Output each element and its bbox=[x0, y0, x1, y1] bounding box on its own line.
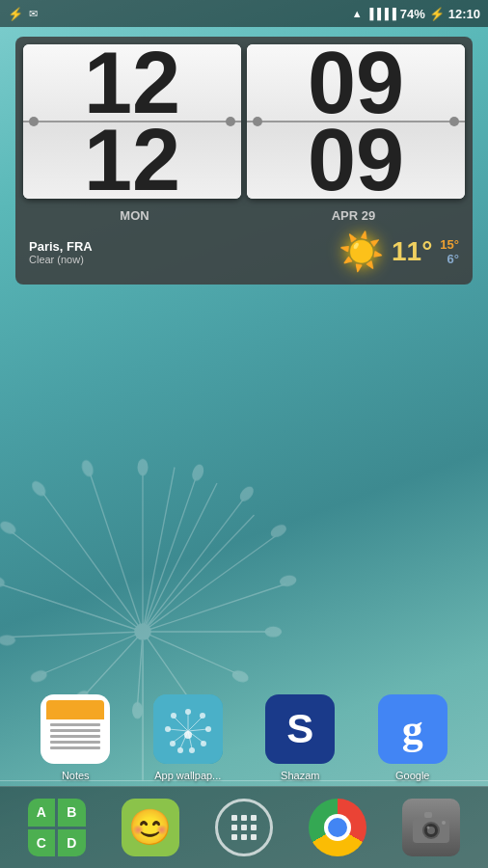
app-item-notes[interactable]: Notes bbox=[41, 694, 110, 781]
weather-low: 6° bbox=[447, 252, 459, 266]
notes-app-icon[interactable] bbox=[41, 694, 110, 764]
svg-line-2 bbox=[143, 478, 196, 633]
wallpaper-app-icon[interactable] bbox=[153, 694, 223, 764]
svg-point-56 bbox=[171, 713, 176, 719]
notes-line-5 bbox=[50, 746, 100, 749]
camera-svg-icon bbox=[411, 810, 451, 845]
abc-cell-d: D bbox=[58, 829, 86, 857]
abc-app-icon[interactable]: A B C D bbox=[28, 799, 86, 856]
weather-high: 15° bbox=[440, 237, 459, 252]
weather-city: Paris, FRA bbox=[29, 239, 331, 254]
dock-item-chrome[interactable] bbox=[307, 797, 368, 858]
status-bar: ⚡ ✉ ▲ ▐▐▐▐ 74% ⚡ 12:10 bbox=[0, 0, 488, 27]
app-grid: Notes bbox=[0, 694, 488, 781]
google-app-label: Google bbox=[395, 770, 429, 781]
app-item-google[interactable]: g Google bbox=[378, 694, 447, 781]
svg-line-11 bbox=[42, 632, 144, 674]
abc-cell-c: C bbox=[28, 829, 56, 857]
minute-bottom: 09 bbox=[247, 122, 465, 199]
camera-app-icon[interactable] bbox=[402, 799, 460, 856]
svg-rect-62 bbox=[424, 812, 432, 818]
wallpaper-icon-art bbox=[153, 694, 223, 764]
svg-point-24 bbox=[279, 574, 297, 587]
notes-icon-top bbox=[46, 700, 104, 719]
screw-left bbox=[29, 117, 39, 126]
dock-bar: A B C D 😊 bbox=[0, 786, 488, 868]
notes-line-1 bbox=[50, 723, 100, 726]
notes-icon-lines bbox=[46, 719, 104, 758]
google-app-icon[interactable]: g bbox=[378, 694, 447, 764]
grid-dot-1 bbox=[231, 815, 237, 821]
launcher-app-icon[interactable] bbox=[215, 799, 273, 856]
hour-card: 12 12 bbox=[23, 44, 241, 199]
day-date-labels: MON APR 29 bbox=[25, 208, 463, 223]
signal-icon: ▐▐▐▐ bbox=[366, 8, 396, 19]
svg-line-15 bbox=[42, 492, 144, 632]
svg-point-51 bbox=[201, 741, 206, 746]
weather-sun-icon: ☀️ bbox=[339, 231, 384, 273]
weather-section[interactable]: Paris, FRA Clear (now) ☀️ 11° 15° 6° bbox=[23, 227, 465, 277]
svg-point-30 bbox=[29, 668, 48, 684]
gmail-icon: ✉ bbox=[29, 8, 38, 20]
svg-point-0 bbox=[134, 623, 151, 640]
svg-point-21 bbox=[190, 463, 205, 482]
svg-point-61 bbox=[427, 827, 430, 829]
svg-line-10 bbox=[85, 632, 144, 695]
svg-line-12 bbox=[11, 632, 144, 637]
svg-point-22 bbox=[237, 484, 257, 504]
dock-item-camera[interactable] bbox=[400, 797, 462, 858]
clock-widget[interactable]: 12 12 09 09 MON APR 29 bbox=[15, 37, 473, 285]
svg-line-7 bbox=[143, 632, 238, 674]
svg-point-32 bbox=[0, 575, 6, 588]
usb-icon: ⚡ bbox=[8, 7, 23, 21]
svg-line-5 bbox=[143, 584, 286, 633]
svg-point-25 bbox=[265, 627, 283, 637]
google-letter: g bbox=[402, 705, 423, 754]
grid-dot-2 bbox=[241, 815, 247, 821]
svg-point-52 bbox=[189, 747, 195, 753]
shazam-letter: S bbox=[286, 706, 313, 752]
svg-line-4 bbox=[143, 536, 276, 632]
app-item-shazam[interactable]: S Shazam bbox=[265, 694, 335, 781]
svg-line-17 bbox=[143, 468, 175, 633]
chrome-inner-ring bbox=[324, 814, 351, 841]
svg-line-16 bbox=[90, 473, 143, 632]
date-label: APR 29 bbox=[244, 208, 463, 223]
dock-item-abc[interactable]: A B C D bbox=[26, 797, 88, 858]
dock-item-messenger[interactable]: 😊 bbox=[120, 797, 181, 858]
svg-point-31 bbox=[0, 635, 15, 645]
weather-hilo: 15° 6° bbox=[440, 237, 459, 266]
grid-dot-4 bbox=[231, 825, 237, 830]
svg-point-33 bbox=[0, 519, 18, 536]
svg-point-54 bbox=[170, 741, 176, 746]
app-item-wallpaper[interactable]: App wallpap... bbox=[153, 694, 223, 781]
screw-right bbox=[226, 117, 235, 126]
notes-app-label: Notes bbox=[62, 770, 90, 781]
flip-divider bbox=[23, 121, 241, 122]
svg-point-55 bbox=[165, 726, 171, 732]
day-date-row: MON APR 29 bbox=[23, 204, 465, 227]
svg-point-26 bbox=[230, 668, 250, 684]
messenger-emoji-icon: 😊 bbox=[128, 807, 172, 848]
day-label: MON bbox=[25, 208, 244, 223]
messenger-app-icon[interactable]: 😊 bbox=[122, 799, 179, 856]
shazam-app-icon[interactable]: S bbox=[265, 694, 335, 764]
chrome-app-icon[interactable] bbox=[309, 799, 366, 856]
dock-item-launcher[interactable] bbox=[213, 797, 275, 858]
minute-value-bottom: 09 bbox=[308, 117, 404, 199]
shazam-app-label: Shazam bbox=[281, 770, 319, 781]
grid-dot-9 bbox=[251, 834, 257, 840]
weather-condition: Clear (now) bbox=[29, 254, 331, 265]
svg-point-53 bbox=[177, 747, 183, 753]
chrome-center-dot bbox=[328, 818, 347, 837]
svg-line-14 bbox=[11, 531, 144, 633]
grid-dot-6 bbox=[251, 825, 257, 830]
wallpaper-app-label: App wallpap... bbox=[154, 770, 221, 781]
grid-dot-8 bbox=[241, 834, 247, 840]
grid-dot-7 bbox=[231, 834, 237, 840]
minute-screw-right bbox=[449, 117, 459, 126]
status-right-icons: ▲ ▐▐▐▐ 74% ⚡ 12:10 bbox=[352, 7, 480, 21]
svg-line-13 bbox=[0, 584, 143, 633]
battery-percent: 74% bbox=[400, 7, 425, 21]
notes-line-4 bbox=[50, 741, 100, 744]
